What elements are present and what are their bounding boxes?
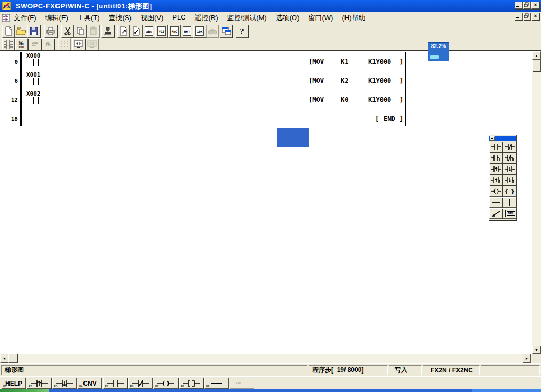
ladder-editor-canvas[interactable]: 0 X000 [MOV K1 K1Y000 ] 6 X001 [MOV K2 K… <box>0 51 532 354</box>
comment-view-button[interactable]: 2000 abc <box>29 38 41 51</box>
instruction-list-view-button[interactable]: LD ORI OUT <box>15 38 28 51</box>
start-button-edge[interactable] <box>0 389 49 392</box>
fkey-convert-button[interactable]: F4CNV <box>78 378 102 389</box>
cut-button[interactable] <box>61 25 74 38</box>
status-plc-text: FX2N / FX2NC <box>431 367 473 374</box>
status-mode-panel: 梯形图 <box>1 365 307 375</box>
closed-contact-button[interactable] <box>503 142 516 152</box>
taskbar-strip[interactable] <box>0 389 541 392</box>
menu-remote[interactable]: 遥控(R) <box>195 13 218 23</box>
function-braces-icon: { } <box>505 189 514 194</box>
function-instruction-button[interactable]: { } <box>503 186 516 197</box>
menu-window[interactable]: 窗口(W) <box>308 13 333 23</box>
zoom-in-page-button[interactable] <box>130 25 143 38</box>
fkey-open-contact-button[interactable]: F5 <box>103 378 127 389</box>
zoom-out-page-button[interactable] <box>117 25 130 38</box>
print-button[interactable] <box>44 25 57 38</box>
instruction-operand1: K1 <box>341 58 348 66</box>
fkey-help-button[interactable]: F1HELP <box>2 378 26 389</box>
fkey-closed-contact-button[interactable]: F6 <box>128 378 153 389</box>
or-rising-pulse-button[interactable] <box>489 175 502 185</box>
close-button[interactable]: × <box>531 2 539 9</box>
title-bar[interactable]: FX SWOPC-FXGP/WIN-C - [untitl01:梯形图] × <box>0 0 541 12</box>
symbol-palette-window[interactable]: { } DEL <box>488 135 517 220</box>
fkey-line-button[interactable]: F9 <box>204 378 229 389</box>
function-key-bar: F1HELP F2 F3 F4CNV F5 F6 F7 F8 F9 F10 <box>0 376 541 389</box>
horizontal-scroll-thumb[interactable] <box>8 354 17 363</box>
open-folder-icon <box>16 26 26 36</box>
grid-dots-icon <box>60 40 69 49</box>
scroll-right-button[interactable]: ► <box>523 354 531 363</box>
restore-button[interactable] <box>523 2 531 9</box>
or-closed-contact-button[interactable] <box>503 153 516 163</box>
ladder-view-button[interactable] <box>2 38 15 51</box>
fkey-label: F6 <box>130 385 133 388</box>
find-button <box>206 25 219 38</box>
menu-monitor-test[interactable]: 监控/测试(M) <box>227 13 267 23</box>
register-view-button[interactable]: D0 123 <box>42 38 54 51</box>
vertical-scrollbar[interactable]: ▲ ▼ <box>532 51 541 354</box>
cascade-windows-button[interactable] <box>220 25 232 38</box>
vertical-scroll-thumb[interactable] <box>532 60 541 71</box>
fkey-rising-pulse-button[interactable]: F2 <box>27 378 51 389</box>
scroll-up-button[interactable]: ▲ <box>532 51 541 60</box>
fkey-label: F3 <box>54 385 57 388</box>
device-view-button[interactable]: Y10 <box>155 25 168 38</box>
coil-button[interactable] <box>489 186 502 197</box>
menu-edit[interactable]: 编辑(E) <box>45 13 68 23</box>
save-button[interactable] <box>27 25 40 38</box>
vertical-line-button[interactable] <box>503 197 516 208</box>
palette-close-button[interactable] <box>490 136 495 141</box>
open-file-button[interactable] <box>15 25 27 38</box>
menu-plc[interactable]: PLC <box>172 13 185 23</box>
help-button[interactable]: ? <box>236 25 248 38</box>
minimize-button[interactable] <box>515 2 523 9</box>
fkey-falling-pulse-button[interactable]: F3 <box>52 378 77 389</box>
mdi-minimize-button[interactable] <box>515 13 523 20</box>
coil-icon <box>157 380 174 387</box>
scale-view-button[interactable]: 10K <box>193 25 206 38</box>
taskbar-segment[interactable] <box>472 389 541 392</box>
status-bar: 梯形图 程序步[ 19/ 8000] 写入 FX2N / FX2NC <box>0 363 541 376</box>
mdi-close-button[interactable]: × <box>531 13 539 20</box>
fkey-coil-button[interactable]: F7 <box>154 378 178 389</box>
rising-pulse-contact-button[interactable] <box>489 164 502 174</box>
menu-tools[interactable]: 工具(T) <box>77 13 100 23</box>
delete-button[interactable]: DEL <box>503 208 516 219</box>
copy-button[interactable] <box>74 25 87 38</box>
monitor-screen-disabled-icon <box>87 39 97 50</box>
status-empty-panel <box>481 365 540 375</box>
hk-icon-text: HK) <box>184 30 190 33</box>
fnc-view-button[interactable]: FNC <box>168 25 181 38</box>
stamp-icon <box>102 26 113 36</box>
status-steps-panel: 程序步[ 19/ 8000] <box>309 365 388 375</box>
horizontal-scrollbar[interactable]: ◄ ► <box>0 354 532 363</box>
delete-line-button[interactable] <box>489 208 502 219</box>
contact-coil-view-button[interactable]: HK) <box>181 25 193 38</box>
mdi-restore-button[interactable] <box>523 13 531 20</box>
menu-view[interactable]: 视图(V) <box>141 13 163 23</box>
monitor-start-button[interactable] <box>72 38 85 51</box>
fkey-function-button[interactable]: F8 <box>179 378 203 389</box>
or-falling-pulse-icon <box>505 176 515 184</box>
menu-search[interactable]: 查找(S) <box>109 13 132 23</box>
menu-help[interactable]: (H)帮助 <box>342 13 365 23</box>
new-file-button[interactable] <box>2 25 15 38</box>
document-icon[interactable] <box>2 14 11 22</box>
help-icon: ? <box>240 27 244 36</box>
fkey-label: F7 <box>155 385 158 388</box>
convert-stamp-button[interactable] <box>101 25 114 38</box>
palette-title-bar[interactable] <box>489 136 516 141</box>
menu-options[interactable]: 选项(O) <box>276 13 300 23</box>
scroll-left-button[interactable]: ◄ <box>0 354 8 363</box>
or-open-contact-button[interactable] <box>489 153 502 163</box>
open-contact-button[interactable] <box>489 142 502 152</box>
instruction-view-button[interactable]: abc <box>143 25 155 38</box>
falling-pulse-contact-button[interactable] <box>503 164 516 174</box>
menu-file[interactable]: 文件(F) <box>14 13 36 23</box>
instruction-operand1: K0 <box>341 96 348 104</box>
edit-cursor[interactable] <box>277 128 309 147</box>
horizontal-line-button[interactable] <box>489 197 502 208</box>
or-falling-pulse-button[interactable] <box>503 175 516 185</box>
scroll-down-button[interactable]: ▼ <box>532 346 541 354</box>
